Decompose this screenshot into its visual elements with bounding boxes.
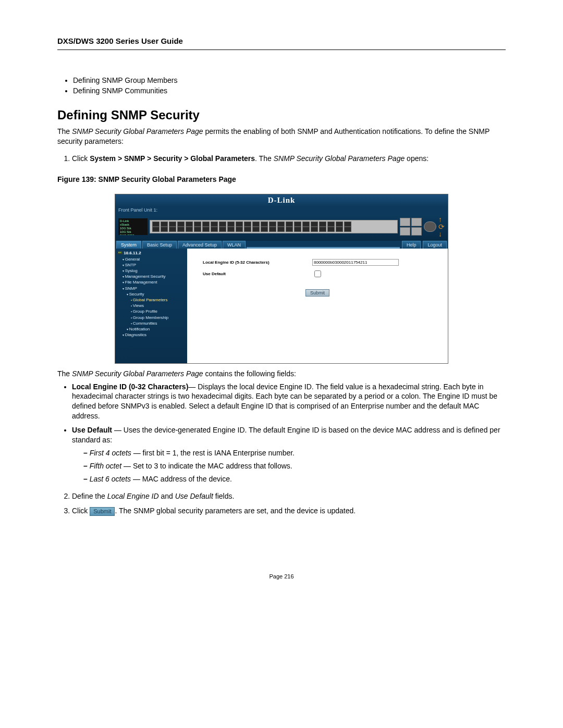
port-icon	[319, 221, 326, 227]
tree-sntp[interactable]: SNTP	[117, 262, 185, 268]
step-3: Click Submit. The SNMP global security p…	[72, 506, 506, 516]
port-icon	[161, 227, 168, 232]
port-icon	[327, 227, 335, 232]
port-icon	[277, 227, 285, 232]
tree-group-membership[interactable]: Group Membership	[117, 315, 185, 320]
step-1: Click System > SNMP > Security > Global …	[72, 154, 506, 164]
step2-em1: Local Engine ID	[107, 492, 159, 500]
inline-submit-button: Submit	[90, 507, 115, 516]
port-icon	[211, 227, 218, 232]
info-line: D-Link	[120, 219, 146, 223]
front-panel-label: Front Panel Unit 1:	[115, 206, 448, 214]
sub-first4: First 4 octets — first bit = 1, the rest…	[83, 448, 506, 458]
form-row-use-default: Use Default	[203, 269, 432, 279]
tree-ip-text: 10.6.11.2	[124, 251, 141, 255]
port-icon	[177, 221, 185, 227]
after-fig-post: contains the following fields:	[203, 369, 296, 378]
intro-em: SNMP Security Global Parameters Page	[72, 127, 203, 135]
port-icon	[236, 221, 243, 227]
tree-syslog[interactable]: Syslog	[117, 268, 185, 274]
port-icon	[336, 221, 343, 227]
tree-ip[interactable]: 📟 10.6.11.2	[117, 251, 185, 255]
tree-security[interactable]: Security	[117, 291, 185, 297]
step1-post: opens:	[405, 154, 429, 163]
tree-general[interactable]: General	[117, 256, 185, 262]
sidebar-tree: 📟 10.6.11.2 General SNTP Syslog Manageme…	[115, 249, 187, 363]
tab-advanced-setup[interactable]: Advanced Setup	[178, 241, 222, 249]
field-engine-id: Local Engine ID (0-32 Characters)— Displ…	[72, 382, 506, 422]
app-window: D-Link Front Panel Unit 1: D-Link xStack…	[115, 194, 448, 364]
workspace: 📟 10.6.11.2 General SNTP Syslog Manageme…	[115, 249, 448, 363]
port-icon	[311, 221, 318, 227]
step2-pre: Define the	[72, 492, 107, 500]
sub3-em: Last 6 octets	[90, 475, 131, 483]
port-icon	[344, 221, 351, 227]
port-icon	[244, 221, 251, 227]
port-icon	[252, 221, 260, 227]
port-icon	[319, 227, 326, 232]
after-figure-text: The SNMP Security Global Parameters Page…	[57, 369, 506, 379]
step3-post: . The SNMP global security parameters ar…	[115, 507, 356, 515]
tree-diagnostics[interactable]: Diagnostics	[117, 332, 185, 338]
port-icon	[152, 227, 160, 232]
section-heading: Defining SNMP Security	[57, 108, 506, 122]
port-icon	[161, 221, 168, 227]
aux-port	[411, 218, 422, 226]
port-icon	[236, 227, 243, 232]
step1-bold: System > SNMP > Security > Global Parame…	[90, 154, 255, 163]
sub-fifth: Fifth octet — Set to 3 to indicate the M…	[83, 461, 506, 471]
bullet-1: Defining SNMP Group Members	[73, 76, 506, 84]
tree-views[interactable]: Views	[117, 303, 185, 309]
port-icon	[219, 227, 226, 232]
tree-group-profile[interactable]: Group Profile	[117, 309, 185, 314]
tree-communities[interactable]: Communities	[117, 320, 185, 326]
port-icon	[311, 227, 318, 232]
after-fig-em: SNMP Security Global Parameters Page	[72, 369, 203, 378]
port-strip	[150, 220, 398, 233]
port-icon	[302, 221, 310, 227]
sub1-text: — first bit = 1, the rest is IANA Enterp…	[131, 449, 295, 457]
header-rule	[57, 50, 506, 50]
port-icon	[327, 221, 335, 227]
brand-banner: D-Link	[115, 194, 448, 206]
info-line: xStack	[120, 223, 146, 227]
field1-label: Local Engine ID (0-32 Characters)	[72, 382, 188, 391]
aux-port	[400, 227, 410, 236]
tab-wlan[interactable]: WLAN	[223, 241, 246, 249]
port-icon	[169, 221, 176, 227]
use-default-checkbox[interactable]	[314, 270, 321, 277]
stack-arrows-icon: ↑⟳↓	[438, 216, 445, 238]
tab-basic-setup[interactable]: Basic Setup	[142, 241, 177, 249]
tree-mgmt-security[interactable]: Management Security	[117, 274, 185, 279]
port-icon	[186, 227, 193, 232]
tree-snmp[interactable]: SNMP	[117, 286, 185, 291]
step2-em2: Use Default	[175, 492, 213, 500]
sub2-text: — Set to 3 to indicate the MAC address t…	[121, 462, 292, 470]
step3-pre: Click	[72, 507, 90, 515]
submit-button[interactable]: Submit	[305, 289, 329, 297]
port-icon	[227, 221, 235, 227]
tab-help[interactable]: Help	[402, 241, 421, 249]
steps-list-b: Define the Local Engine ID and Use Defau…	[57, 491, 506, 516]
port-icon	[219, 221, 226, 227]
step1-mid: . The	[255, 154, 274, 163]
port-icon	[286, 221, 293, 227]
port-icon	[244, 227, 251, 232]
engine-id-input[interactable]	[312, 259, 399, 266]
field-list: Local Engine ID (0-32 Characters)— Displ…	[57, 382, 506, 484]
tree-file-mgmt[interactable]: File Management	[117, 279, 185, 285]
aux-port	[411, 227, 422, 236]
tab-logout[interactable]: Logout	[423, 241, 447, 249]
serial-port-icon	[424, 221, 436, 232]
port-icon	[261, 227, 268, 232]
octet-sublist: First 4 octets — first bit = 1, the rest…	[72, 448, 506, 484]
tab-system[interactable]: System	[116, 241, 141, 249]
port-icon	[269, 221, 276, 227]
intro-pre: The	[57, 127, 72, 135]
tree-notification[interactable]: Notification	[117, 326, 185, 332]
tree-global-params[interactable]: Global Parameters	[117, 297, 185, 303]
port-icon	[202, 227, 210, 232]
port-icon	[277, 221, 285, 227]
port-icon	[186, 221, 193, 227]
figure-caption: Figure 139: SNMP Security Global Paramet…	[57, 175, 506, 183]
